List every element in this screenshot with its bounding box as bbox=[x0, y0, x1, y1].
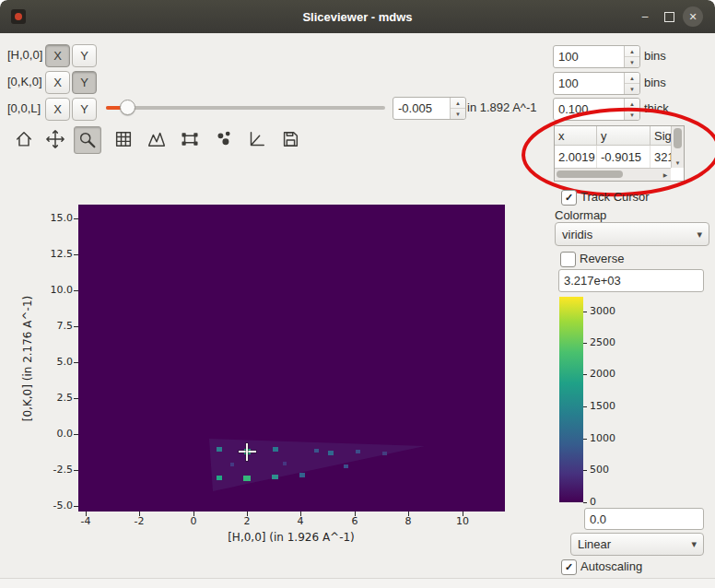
spin-up-icon[interactable]: ▲ bbox=[625, 99, 639, 110]
colormap-dropdown[interactable]: viridis ▾ bbox=[555, 222, 709, 246]
nonorthogonal-view-button[interactable] bbox=[243, 126, 269, 152]
home-button[interactable] bbox=[11, 126, 37, 152]
check-icon: ✓ bbox=[565, 192, 573, 204]
region-selection-button[interactable] bbox=[177, 126, 203, 152]
reverse-label: Reverse bbox=[580, 248, 624, 269]
bins-k-spinbox[interactable]: 100 ▲ ▼ bbox=[553, 72, 640, 95]
colorbar[interactable] bbox=[559, 297, 583, 502]
slice-plot-canvas[interactable] bbox=[78, 205, 505, 512]
slice-value-spinbox[interactable]: -0.005 ▲ ▼ bbox=[393, 97, 466, 120]
dim-0k0-y-button[interactable]: Y bbox=[72, 71, 97, 94]
save-button[interactable] bbox=[277, 126, 303, 152]
table-horizontal-scrollbar[interactable]: ▶ bbox=[555, 168, 671, 181]
y-tickmark bbox=[74, 254, 78, 255]
signal-spot bbox=[356, 450, 360, 453]
spin-arrows[interactable]: ▲ ▼ bbox=[624, 46, 639, 67]
spin-up-icon[interactable]: ▲ bbox=[625, 46, 639, 57]
track-cursor-checkbox[interactable]: ✓ bbox=[561, 190, 577, 206]
scrollbar-thumb[interactable] bbox=[557, 171, 623, 178]
spin-down-icon[interactable]: ▼ bbox=[451, 109, 465, 119]
cell-x: 2.0019 bbox=[555, 146, 597, 168]
signal-spot bbox=[283, 462, 287, 465]
zoom-icon bbox=[77, 130, 98, 150]
x-tick-label: 10 bbox=[447, 515, 478, 527]
table-vertical-scrollbar[interactable]: ▼ bbox=[671, 126, 684, 168]
pan-button[interactable] bbox=[42, 126, 68, 152]
nonorthogonal-view-icon bbox=[246, 129, 266, 149]
dim-h00-y-button[interactable]: Y bbox=[72, 44, 97, 67]
y-tick-label: 2.5 bbox=[38, 392, 73, 404]
colorbar-tick bbox=[583, 470, 587, 471]
scroll-right-icon[interactable]: ▶ bbox=[660, 169, 671, 180]
colormap-value: viridis bbox=[562, 228, 592, 241]
zoom-button[interactable] bbox=[74, 126, 101, 154]
signal-spot bbox=[328, 451, 334, 455]
colorbar-tick-label: 2500 bbox=[590, 336, 627, 348]
close-icon: ✕ bbox=[688, 11, 697, 23]
y-tick-label: 12.5 bbox=[38, 248, 73, 260]
dim-0k0-x-button[interactable]: X bbox=[45, 71, 70, 94]
spin-arrows[interactable]: ▲ ▼ bbox=[624, 99, 639, 120]
colorbar-min-input[interactable]: 0.0 bbox=[584, 508, 704, 530]
colorbar-tick bbox=[583, 312, 587, 312]
spin-arrows[interactable]: ▲ ▼ bbox=[450, 98, 465, 119]
colorbar-tick bbox=[583, 343, 587, 344]
slider-groove[interactable] bbox=[106, 106, 385, 110]
colorbar-tick-label: 3000 bbox=[590, 305, 627, 317]
dim-h00-x-button[interactable]: X bbox=[45, 44, 70, 67]
scroll-down-icon[interactable]: ▼ bbox=[672, 158, 684, 168]
window-title: Sliceviewer - mdws bbox=[302, 10, 412, 24]
grid-button[interactable] bbox=[111, 126, 136, 152]
bins-k-label: bins bbox=[644, 72, 666, 93]
colorbar-max-input[interactable]: 3.217e+03 bbox=[558, 269, 704, 292]
thickness-value: 0.100 bbox=[558, 102, 589, 116]
slice-slider[interactable] bbox=[106, 100, 385, 116]
autoscaling-checkbox[interactable]: ✓ bbox=[561, 559, 577, 575]
y-tick-label: 0.0 bbox=[38, 428, 73, 440]
signal-spot bbox=[344, 465, 348, 468]
y-tick-label: -2.5 bbox=[38, 464, 73, 476]
spin-down-icon[interactable]: ▼ bbox=[625, 57, 639, 67]
signal-spot bbox=[217, 447, 222, 452]
scale-dropdown[interactable]: Linear ▾ bbox=[570, 533, 704, 556]
signal-spot bbox=[382, 452, 387, 455]
titlebar[interactable]: Sliceviewer - mdws – ✕ bbox=[0, 0, 715, 33]
bins-h-spinbox[interactable]: 100 ▲ ▼ bbox=[553, 45, 640, 68]
reverse-checkbox[interactable] bbox=[560, 252, 576, 267]
y-tickmark bbox=[74, 362, 78, 363]
spin-up-icon[interactable]: ▲ bbox=[451, 98, 465, 109]
x-tick-label: -4 bbox=[70, 515, 101, 527]
column-header-y[interactable]: y bbox=[597, 126, 651, 146]
save-icon bbox=[280, 129, 300, 149]
slider-handle[interactable] bbox=[120, 100, 135, 115]
spin-up-icon[interactable]: ▲ bbox=[625, 73, 639, 84]
scrollbar-thumb[interactable] bbox=[674, 128, 682, 148]
colorbar-tick-label: 1500 bbox=[590, 400, 627, 412]
x-tick-label: -2 bbox=[123, 515, 155, 527]
maximize-button[interactable] bbox=[660, 7, 678, 26]
y-tickmark bbox=[74, 434, 78, 435]
close-button[interactable]: ✕ bbox=[683, 6, 703, 27]
x-axis-label: [H,0,0] (in 1.926 A^-1) bbox=[185, 531, 397, 544]
sliceviewer-window: Sliceviewer - mdws – ✕ [H,0,0] X Y [0,K,… bbox=[0, 0, 715, 588]
peaks-overlay-button[interactable] bbox=[212, 126, 238, 152]
chevron-down-icon: ▾ bbox=[691, 538, 697, 550]
peaks-overlay-icon bbox=[215, 129, 235, 149]
thickness-label: thick bbox=[644, 98, 669, 119]
signal-spot bbox=[217, 476, 222, 480]
cell-y: -0.9015 bbox=[597, 146, 651, 168]
cursor-info-table[interactable]: x y Sign 2.0019 -0.9015 321 ▼ ▶ bbox=[554, 125, 685, 182]
dim-00l-x-button[interactable]: X bbox=[45, 98, 70, 121]
thickness-spinbox[interactable]: 0.100 ▲ ▼ bbox=[553, 98, 640, 121]
line-plots-button[interactable] bbox=[144, 126, 170, 152]
spin-down-icon[interactable]: ▼ bbox=[625, 84, 639, 94]
spin-down-icon[interactable]: ▼ bbox=[625, 110, 639, 120]
minimize-button[interactable]: – bbox=[636, 7, 654, 26]
y-tick-label: 7.5 bbox=[38, 320, 73, 332]
column-header-signal[interactable]: Sign bbox=[651, 126, 671, 146]
column-header-x[interactable]: x bbox=[555, 126, 597, 146]
dim-00l-y-button[interactable]: Y bbox=[72, 98, 97, 121]
colorbar-tick bbox=[583, 406, 587, 407]
colorbar-tick-label: 1000 bbox=[590, 432, 627, 444]
spin-arrows[interactable]: ▲ ▼ bbox=[624, 73, 639, 94]
